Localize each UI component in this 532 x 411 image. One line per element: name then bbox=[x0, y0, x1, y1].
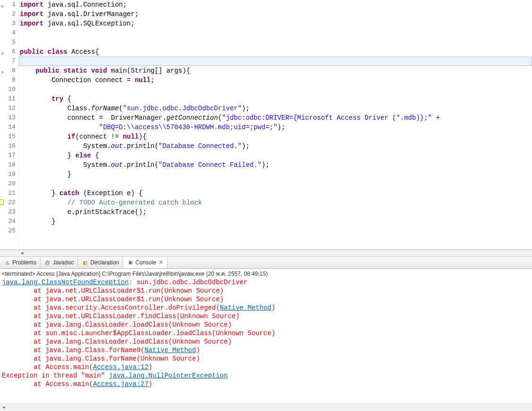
line-number: 12 bbox=[0, 104, 16, 113]
console-text: ) bbox=[149, 363, 152, 371]
line-number: 21 bbox=[0, 189, 16, 198]
code-line[interactable] bbox=[19, 38, 532, 47]
console-status-line: <terminated> Access [Java Application] C… bbox=[0, 269, 532, 278]
line-number: 22 bbox=[0, 198, 16, 207]
code-line[interactable]: e.printStackTrace(); bbox=[19, 207, 532, 217]
console-text: at java.net.URLClassLoader.findClass(Unk… bbox=[2, 312, 240, 320]
code-line[interactable]: Class.forName("sun.jdbc.odbc.JdbcOdbcDri… bbox=[19, 104, 532, 113]
code-line[interactable]: import java.sql.SQLException; bbox=[19, 19, 532, 28]
line-number: 10 bbox=[0, 85, 16, 94]
line-number: 5 bbox=[0, 38, 16, 47]
code-line[interactable]: connect = DriverManager.getConnection("j… bbox=[19, 113, 532, 123]
code-line[interactable]: public class Access{ bbox=[19, 47, 532, 57]
tab-javadoc[interactable]: @ Javadoc bbox=[41, 257, 78, 268]
line-number: 16 bbox=[0, 141, 16, 151]
console-horizontal-scrollbar[interactable]: ◄ bbox=[0, 403, 532, 411]
console-line: at java.net.URLClassLoader$1.run(Unknown… bbox=[2, 287, 532, 295]
code-line[interactable]: } catch (Exception e) { bbox=[19, 189, 532, 198]
code-line[interactable]: Connection connect = null; bbox=[19, 75, 532, 85]
console-line: at java.net.URLClassLoader.findClass(Unk… bbox=[2, 312, 532, 321]
line-number: 13 bbox=[0, 113, 16, 123]
code-line[interactable]: } bbox=[19, 170, 532, 179]
code-line[interactable] bbox=[19, 57, 532, 66]
code-line[interactable] bbox=[19, 226, 532, 236]
console-text: at java.lang.Class.forName(Unknown Sourc… bbox=[2, 355, 200, 362]
fold-toggle-icon[interactable]: ⊖ bbox=[0, 2, 4, 7]
console-output[interactable]: java.lang.ClassNotFoundException: sun.jd… bbox=[0, 278, 532, 403]
line-number: 19 bbox=[0, 170, 16, 179]
code-line[interactable]: "DBQ=D:\\access\\570430-HRDWH.mdb;uid=;p… bbox=[19, 123, 532, 132]
code-line[interactable]: import java.sql.DriverManager; bbox=[19, 9, 532, 19]
stacktrace-link[interactable]: Native Method bbox=[144, 346, 196, 354]
fold-toggle-icon[interactable]: ⊖ bbox=[0, 49, 4, 54]
editor-horizontal-scrollbar[interactable]: ◄ bbox=[0, 250, 532, 256]
tab-problems[interactable]: ⚠ Problems bbox=[0, 257, 41, 268]
line-number: 3 bbox=[0, 19, 16, 28]
problems-icon: ⚠ bbox=[4, 259, 10, 266]
console-line: Exception in thread "main" java.lang.Nul… bbox=[2, 371, 532, 380]
code-line[interactable]: } bbox=[19, 217, 532, 226]
code-line[interactable]: public static void main(String[] args){ bbox=[19, 66, 532, 75]
warning-icon bbox=[0, 199, 4, 205]
code-line[interactable] bbox=[19, 85, 532, 94]
close-icon[interactable]: ✕ bbox=[159, 259, 163, 265]
code-line[interactable]: // TODO Auto-generated catch block bbox=[19, 198, 532, 207]
stacktrace-link[interactable]: java.lang.ClassNotFoundException bbox=[2, 279, 129, 286]
console-line: java.lang.ClassNotFoundException: sun.jd… bbox=[2, 278, 532, 287]
line-number: 6⊖ bbox=[0, 47, 16, 57]
line-number: 9 bbox=[0, 75, 16, 85]
console-line: at Access.main(Access.java:12) bbox=[2, 363, 532, 371]
console-line: at java.lang.ClassLoader.loadClass(Unkno… bbox=[2, 321, 532, 329]
fold-toggle-icon[interactable]: ⊖ bbox=[0, 68, 4, 73]
code-line[interactable]: import java.sql.Connection; bbox=[19, 0, 532, 9]
line-number: 25 bbox=[0, 226, 16, 236]
line-number: 8⊖ bbox=[0, 66, 16, 75]
javadoc-icon: @ bbox=[44, 259, 51, 266]
declaration-icon: ◧ bbox=[82, 259, 88, 266]
line-number: 11 bbox=[0, 94, 16, 104]
code-line[interactable]: System.out.println("Database Connected."… bbox=[19, 141, 532, 151]
code-line[interactable]: if(connect != null){ bbox=[19, 132, 532, 141]
console-line: at java.security.AccessController.doPriv… bbox=[2, 304, 532, 312]
tab-console[interactable]: ▣ Console ✕ bbox=[123, 257, 167, 268]
line-number: 4 bbox=[0, 28, 16, 38]
scroll-left-icon[interactable]: ◄ bbox=[0, 404, 8, 411]
code-line[interactable]: System.out.println("Database Connect Fai… bbox=[19, 160, 532, 170]
console-line: at java.lang.Class.forName0(Native Metho… bbox=[2, 346, 532, 354]
console-text: at Access.main( bbox=[2, 380, 93, 388]
console-text: at java.lang.ClassLoader.loadClass(Unkno… bbox=[2, 321, 232, 329]
tab-declaration[interactable]: ◧ Declaration bbox=[78, 257, 123, 268]
code-line[interactable]: try { bbox=[19, 94, 532, 104]
console-text: ) bbox=[149, 380, 152, 388]
code-line[interactable] bbox=[19, 179, 532, 189]
console-text: at java.security.AccessController.doPriv… bbox=[2, 304, 220, 312]
editor-area: 1⊖23456⊖78⊖91011121314151617181920212223… bbox=[0, 0, 532, 250]
console-text: ) bbox=[271, 304, 275, 312]
console-line: at Access.main(Access.java:27) bbox=[2, 380, 532, 388]
line-number: 14 bbox=[0, 123, 16, 132]
line-number: 7 bbox=[0, 57, 16, 66]
console-text: at java.lang.Class.forName0( bbox=[2, 346, 144, 354]
code-line[interactable] bbox=[19, 28, 532, 38]
code-line[interactable]: } else { bbox=[19, 151, 532, 160]
views-tab-bar: ⚠ Problems @ Javadoc ◧ Declaration ▣ Con… bbox=[0, 256, 532, 269]
console-text: at sun.misc.Launcher$AppClassLoader.load… bbox=[2, 329, 275, 337]
stacktrace-link[interactable]: Access.java:27 bbox=[93, 380, 149, 388]
line-number: 23 bbox=[0, 207, 16, 217]
tab-label: Console bbox=[135, 259, 156, 266]
code-editor[interactable]: import java.sql.Connection;import java.s… bbox=[19, 0, 532, 249]
stacktrace-link[interactable]: Access.java:12 bbox=[93, 363, 149, 371]
console-text: at java.net.URLClassLoader$1.run(Unknown… bbox=[2, 287, 224, 295]
console-text: : sun.jdbc.odbc.JdbcOdbcDriver bbox=[129, 279, 248, 286]
line-number: 24 bbox=[0, 217, 16, 226]
console-status-text: <terminated> Access [Java Application] C… bbox=[2, 269, 268, 278]
stacktrace-link[interactable]: java.lang.NullPointerException bbox=[109, 372, 228, 379]
console-line: at java.lang.ClassLoader.loadClass(Unkno… bbox=[2, 337, 532, 346]
line-number: 1⊖ bbox=[0, 0, 16, 9]
line-number-gutter: 1⊖23456⊖78⊖91011121314151617181920212223… bbox=[0, 0, 19, 249]
scroll-left-icon[interactable]: ◄ bbox=[19, 251, 25, 256]
console-line: at sun.misc.Launcher$AppClassLoader.load… bbox=[2, 329, 532, 337]
tab-label: Problems bbox=[12, 259, 36, 266]
stacktrace-link[interactable]: Native Method bbox=[220, 304, 271, 312]
console-icon: ▣ bbox=[127, 259, 133, 266]
